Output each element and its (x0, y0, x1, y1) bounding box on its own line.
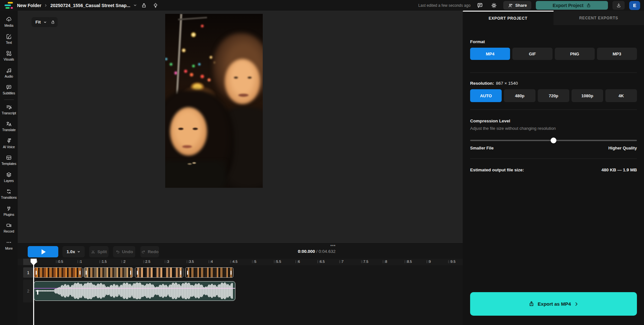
comment-icon[interactable] (475, 1, 485, 10)
settings-gear-icon[interactable] (489, 1, 499, 10)
sidebar-item-transcript[interactable]: Transcript (0, 101, 18, 118)
track-2-label[interactable]: 2 (23, 280, 33, 302)
resolution-option-480p[interactable]: 480p (504, 89, 535, 102)
user-avatar[interactable]: E (629, 1, 640, 10)
layers-icon (6, 172, 12, 178)
clip-trim-handle[interactable] (180, 271, 181, 275)
sidebar-item-record[interactable]: Record (0, 219, 18, 236)
clip-trim-handle[interactable] (231, 271, 232, 275)
sidebar-item-subtitles[interactable]: Subtitles (0, 81, 18, 98)
sidebar-item-layers[interactable]: Layers (0, 169, 18, 186)
ruler-tick-label: :0.5 (57, 260, 63, 263)
man-eyes (231, 73, 255, 82)
undo-button[interactable]: Undo (113, 246, 135, 257)
ruler-tick-label: :3.5 (188, 260, 194, 263)
track-1-label[interactable]: 1 (23, 267, 33, 278)
export-up-icon (586, 3, 591, 8)
woman-mouth (182, 145, 192, 148)
left-sidebar: MediaTextVisualsAudioSubtitlesTranscript… (0, 11, 18, 325)
playback-rate-dropdown[interactable]: 1.0x (62, 246, 85, 257)
video-clip-3[interactable] (135, 267, 183, 278)
divider (470, 72, 637, 73)
clip-trim-handle[interactable] (187, 271, 188, 275)
sidebar-item-label: Templates (1, 162, 16, 166)
more-icon (6, 239, 12, 245)
fit-zoom-dropdown[interactable]: Fit (32, 17, 51, 27)
video-clip-1[interactable] (34, 267, 82, 278)
video-editor-app: New Folder 20250724_1556_Casual Street S… (0, 0, 644, 325)
upload-icon[interactable] (139, 1, 149, 10)
ruler-tick-label: :7 (341, 260, 344, 263)
split-button[interactable]: Split (89, 246, 109, 257)
timeline-ruler[interactable]: 0:0.5:1:1.5:2:2.5:3:3.5:4:4.5:5:5.5:6:6.… (18, 259, 463, 265)
volume-line-start[interactable] (34, 288, 57, 289)
ruler-tick (78, 260, 78, 263)
volume-line[interactable] (57, 288, 235, 289)
clip-trim-handle[interactable] (80, 271, 80, 275)
sidebar-item-media[interactable]: Media (0, 14, 18, 31)
sidebar-item-ai-voice[interactable]: AI Voice (0, 135, 18, 152)
export-project-button[interactable]: Export Project (536, 1, 608, 10)
sidebar-item-text[interactable]: Text (0, 31, 18, 48)
format-option-gif[interactable]: GIF (512, 48, 552, 60)
share-person-plus-icon (508, 3, 513, 8)
higher-quality-label: Higher Quality (608, 146, 637, 150)
resolution-option-auto[interactable]: AUTO (470, 89, 502, 102)
sidebar-item-audio[interactable]: Audio (0, 64, 18, 81)
compression-description: Adjust the file size without changing re… (470, 126, 637, 131)
ruler-tick (209, 260, 209, 263)
audio-clip[interactable] (34, 281, 235, 301)
export-as-mp4-button[interactable]: Export as MP4 (470, 292, 637, 316)
ruler-tick-label: :3 (166, 260, 169, 263)
lock-toggle-button[interactable] (48, 17, 58, 27)
sidebar-item-templates[interactable]: Templates (0, 152, 18, 169)
video-canvas[interactable] (165, 14, 263, 188)
ruler-tick-label: :8 (384, 260, 387, 263)
clip-trim-handle[interactable] (86, 271, 87, 275)
audio-trim-handle[interactable] (37, 290, 38, 295)
resolution-value: 867 × 1540 (496, 81, 518, 86)
ruler-tick (405, 260, 405, 263)
slider-thumb[interactable] (551, 138, 556, 143)
clip-trim-handle[interactable] (36, 271, 37, 275)
play-button[interactable] (28, 246, 58, 257)
chevron-down-icon[interactable] (133, 3, 137, 7)
format-option-png[interactable]: PNG (555, 48, 595, 60)
tab-export-project[interactable]: EXPORT PROJECT (463, 11, 554, 25)
ruler-tick-label: :6 (297, 260, 300, 263)
redo-button[interactable]: Redo (140, 246, 159, 257)
man-mouth (238, 94, 249, 97)
sidebar-item-translate[interactable]: Translate (0, 118, 18, 135)
clip-trim-handle[interactable] (130, 271, 131, 275)
breadcrumb-folder[interactable]: New Folder (17, 3, 41, 8)
lightbulb-icon[interactable] (151, 1, 160, 10)
resolution-option-1080p[interactable]: 1080p (572, 89, 603, 102)
project-title[interactable]: 20250724_1556_Casual Street Snap... (50, 3, 130, 8)
compression-slider[interactable] (470, 138, 637, 143)
app-logo-icon[interactable] (5, 2, 13, 9)
compression-section-label: Compression Level (470, 119, 637, 123)
clip-trim-handle[interactable] (137, 271, 138, 275)
tab-recent-exports[interactable]: RECENT EXPORTS (554, 11, 644, 25)
video-clip-4[interactable] (185, 267, 233, 278)
format-option-mp3[interactable]: MP3 (597, 48, 637, 60)
ruler-tick (121, 260, 122, 263)
ruler-tick (252, 260, 252, 263)
sidebar-item-transitions[interactable]: Transitions (0, 186, 18, 203)
resolution-option-720p[interactable]: 720p (538, 89, 569, 102)
chevron-down-icon (77, 250, 80, 253)
woman-eyes (174, 125, 202, 133)
share-button-label: Share (515, 3, 527, 8)
playhead-line[interactable] (33, 259, 34, 325)
share-button[interactable]: Share (503, 1, 531, 10)
ruler-tick (383, 260, 383, 263)
format-option-mp4[interactable]: MP4 (470, 48, 510, 60)
sidebar-item-visuals[interactable]: Visuals (0, 47, 18, 64)
ruler-tick (296, 260, 296, 263)
estimate-label: Estimated output file size: (470, 167, 524, 172)
sidebar-item-more[interactable]: More (0, 236, 18, 253)
download-button[interactable] (612, 1, 625, 10)
video-clip-2[interactable] (84, 267, 133, 278)
resolution-option-4k[interactable]: 4K (605, 89, 637, 102)
sidebar-item-plugins[interactable]: Plugins (0, 203, 18, 220)
